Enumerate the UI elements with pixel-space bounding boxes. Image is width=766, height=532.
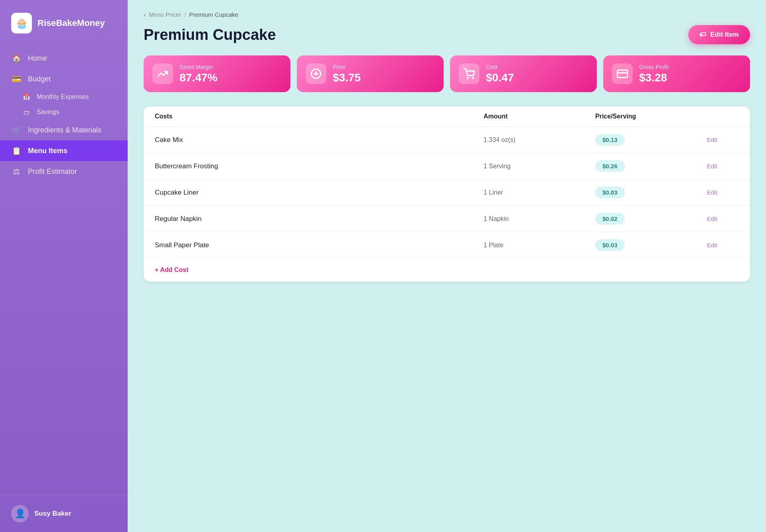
cost-info: Cost $0.47: [486, 64, 514, 84]
item-edit-2: Edit: [707, 189, 739, 196]
col-header-costs: Costs: [155, 113, 484, 120]
item-name-0: Cake Mix: [155, 136, 484, 144]
svg-point-3: [467, 77, 468, 78]
sidebar-logo: 🧁 RiseBakeMoney: [0, 0, 128, 45]
item-price-cell-0: $0.13: [595, 134, 707, 146]
gross-margin-info: Gross Margin 87.47%: [180, 64, 217, 84]
price-badge-2: $0.03: [595, 187, 625, 198]
app-name: RiseBakeMoney: [38, 18, 105, 28]
sidebar: 🧁 RiseBakeMoney 🏠 Home 💳 Budget 📅 Monthl…: [0, 0, 128, 532]
edit-link-2[interactable]: Edit: [707, 189, 717, 196]
sidebar-item-ingredients[interactable]: 🛒 Ingredients & Materials: [0, 120, 128, 140]
budget-icon: 💳: [11, 74, 22, 84]
sidebar-item-savings-label: Savings: [37, 108, 59, 116]
savings-icon: 🗃: [22, 109, 30, 116]
main-content: ‹ Menu Pricer / Premium Cupcake Premium …: [128, 0, 766, 532]
price-badge-4: $0.03: [595, 239, 625, 251]
gross-profit-icon: [612, 63, 633, 84]
item-name-1: Buttercream Frosting: [155, 162, 484, 170]
breadcrumb-chevron: ‹: [144, 11, 146, 18]
item-edit-0: Edit: [707, 136, 739, 144]
costs-table: Costs Amount Price/Serving Cake Mix 1.33…: [144, 106, 750, 282]
home-icon: 🏠: [11, 53, 22, 63]
item-amount-1: 1 Serving: [484, 163, 595, 170]
breadcrumb: ‹ Menu Pricer / Premium Cupcake: [144, 11, 750, 18]
sidebar-item-budget-label: Budget: [28, 75, 51, 83]
col-header-amount: Amount: [484, 113, 595, 120]
gross-margin-label: Gross Margin: [180, 64, 217, 70]
price-info: Price $3.75: [333, 64, 361, 84]
cost-value: $0.47: [486, 71, 514, 84]
item-edit-1: Edit: [707, 163, 739, 170]
item-name-3: Regular Napkin: [155, 215, 484, 223]
price-label: Price: [333, 64, 361, 70]
item-amount-2: 1 Liner: [484, 189, 595, 196]
add-cost-button[interactable]: + Add Cost: [144, 258, 199, 282]
user-name: Susy Baker: [34, 510, 71, 518]
calendar-icon: 📅: [22, 93, 30, 100]
page-title: Premium Cupcake: [144, 26, 276, 43]
item-price-cell-1: $0.26: [595, 160, 707, 172]
gross-profit-info: Gross Profit $3.28: [639, 64, 669, 84]
sidebar-item-monthly-expenses-label: Monthly Expenses: [37, 93, 89, 100]
sidebar-item-home-label: Home: [28, 54, 47, 63]
sidebar-item-monthly-expenses[interactable]: 📅 Monthly Expenses: [0, 89, 128, 104]
item-price-cell-2: $0.03: [595, 187, 707, 198]
gross-margin-icon: [152, 63, 173, 84]
edit-link-4[interactable]: Edit: [707, 242, 717, 248]
edit-link-3[interactable]: Edit: [707, 215, 717, 222]
col-header-action: [707, 113, 739, 120]
add-cost-label: + Add Cost: [155, 266, 188, 274]
svg-rect-5: [617, 70, 628, 78]
menu-icon: 📋: [11, 146, 22, 156]
table-row: Buttercream Frosting 1 Serving $0.26 Edi…: [144, 153, 750, 179]
sidebar-item-home[interactable]: 🏠 Home: [0, 48, 128, 69]
sidebar-item-menu-items-label: Menu Items: [28, 147, 67, 155]
estimator-icon: ⚖: [11, 167, 22, 176]
cart-icon: 🛒: [11, 125, 22, 135]
table-row: Regular Napkin 1 Napkin $0.02 Edit: [144, 206, 750, 232]
stat-cost: Cost $0.47: [450, 55, 597, 92]
sidebar-item-menu-items[interactable]: 📋 Menu Items: [0, 140, 128, 161]
col-header-price: Price/Serving: [595, 113, 707, 120]
gross-profit-value: $3.28: [639, 71, 669, 84]
item-edit-4: Edit: [707, 242, 739, 249]
sidebar-item-savings[interactable]: 🗃 Savings: [0, 104, 128, 120]
stat-gross-margin: Gross Margin 87.47%: [144, 55, 290, 92]
price-value: $3.75: [333, 71, 361, 84]
breadcrumb-current: Premium Cupcake: [189, 11, 238, 18]
item-name-2: Cupcake Liner: [155, 189, 484, 197]
price-badge-1: $0.26: [595, 160, 625, 172]
gross-margin-value: 87.47%: [180, 71, 217, 84]
table-row: Cake Mix 1.334 oz(s) $0.13 Edit: [144, 127, 750, 153]
breadcrumb-parent[interactable]: Menu Pricer: [149, 11, 181, 18]
price-badge-3: $0.02: [595, 213, 625, 225]
item-amount-0: 1.334 oz(s): [484, 136, 595, 144]
sidebar-item-profit-estimator[interactable]: ⚖ Profit Estimator: [0, 161, 128, 182]
table-row: Small Paper Plate 1 Plate $0.03 Edit: [144, 232, 750, 258]
logo-icon: 🧁: [11, 13, 32, 33]
cost-icon: [459, 63, 480, 84]
price-badge-0: $0.13: [595, 134, 625, 146]
stats-row: Gross Margin 87.47% Price $3.75: [144, 55, 750, 92]
sidebar-footer: 👤 Susy Baker: [0, 495, 128, 532]
item-edit-3: Edit: [707, 215, 739, 223]
page-header: Premium Cupcake 🏷 Edit Item: [144, 25, 750, 44]
table-row: Cupcake Liner 1 Liner $0.03 Edit: [144, 179, 750, 206]
cost-label: Cost: [486, 64, 514, 70]
sidebar-item-profit-estimator-label: Profit Estimator: [28, 167, 77, 176]
price-icon: [306, 63, 326, 84]
table-header: Costs Amount Price/Serving: [144, 106, 750, 127]
edit-link-1[interactable]: Edit: [707, 163, 717, 169]
stat-price: Price $3.75: [297, 55, 444, 92]
item-price-cell-4: $0.03: [595, 239, 707, 251]
edit-link-0[interactable]: Edit: [707, 136, 717, 143]
sidebar-item-budget[interactable]: 💳 Budget: [0, 69, 128, 89]
stat-gross-profit: Gross Profit $3.28: [603, 55, 750, 92]
sidebar-item-ingredients-label: Ingredients & Materials: [28, 126, 101, 134]
sidebar-nav: 🏠 Home 💳 Budget 📅 Monthly Expenses 🗃 Sav…: [0, 45, 128, 495]
edit-item-label: Edit Item: [710, 31, 739, 39]
edit-item-button[interactable]: 🏷 Edit Item: [688, 25, 750, 44]
item-price-cell-3: $0.02: [595, 213, 707, 225]
breadcrumb-separator: /: [184, 11, 186, 18]
